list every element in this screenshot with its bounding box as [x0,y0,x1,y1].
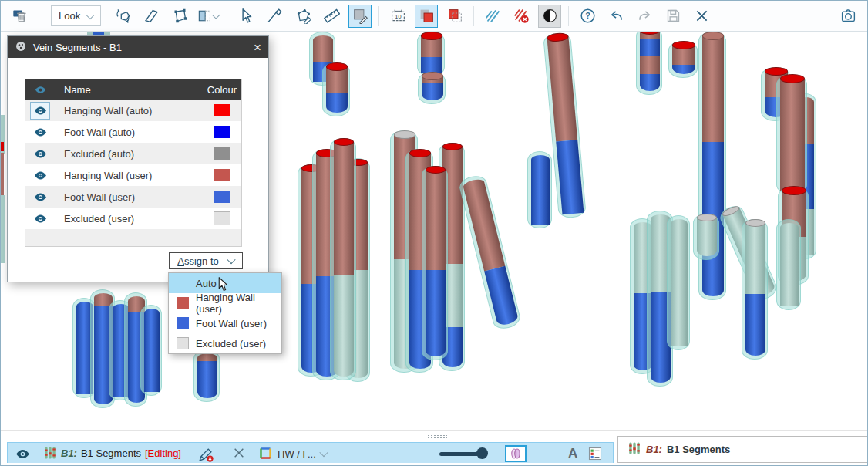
editing-badge: [Editing] [145,447,181,459]
svg-text:10: 10 [395,13,401,20]
row-visibility-eye-icon[interactable] [31,146,49,162]
text-display-icon[interactable]: A [568,446,577,461]
segment-cap [422,72,443,80]
interval-length-tool[interactable]: 10 [386,5,409,28]
segment-cap [782,186,806,195]
table-row[interactable]: Hanging Wall (auto) [25,100,241,121]
colour-column-header: Colour [203,84,241,96]
visibility-eye-icon[interactable] [15,447,30,461]
colormap-select[interactable]: HW / F... [278,448,316,460]
clear-scene[interactable] [8,5,32,28]
drillhole-segment[interactable] [418,72,446,104]
cancel-edit-pencil-icon[interactable] [197,446,214,463]
drillhole-segment[interactable] [458,174,523,332]
menu-item[interactable]: Excluded (user) [169,333,281,353]
plane-tool[interactable] [197,5,220,28]
drillhole-segment[interactable] [417,32,445,76]
drillhole-segment[interactable] [330,138,356,380]
drillhole-segment[interactable] [322,62,350,117]
toolbar-separator [378,6,379,26]
remove-from-selection-tool[interactable] [443,5,466,28]
segment-cap [745,219,765,227]
drillhole-segment[interactable] [776,75,807,194]
row-visibility-eye-icon[interactable] [31,211,49,227]
colour-swatch[interactable] [214,211,230,225]
remove-lines-tool[interactable] [510,5,533,28]
undo-button[interactable] [604,5,627,28]
shape-list-item[interactable]: B1: B1 Segments [Editing] HW / F... A [7,442,614,464]
properties-panel-header: B1: B1 Segments [617,436,868,463]
colour-swatch[interactable] [214,169,230,181]
table-row[interactable]: Foot Wall (auto) [25,121,241,143]
render-style-button[interactable] [505,445,527,462]
menu-item[interactable]: Hanging Wall (user) [169,293,281,313]
row-visibility-eye-icon[interactable] [30,102,50,120]
save-button [661,5,685,28]
paint-intervals-tool[interactable] [348,5,372,28]
drillhole-segment[interactable] [776,219,801,310]
application-window: Look10? Vein Segments - B1 × Name Colour… [0,0,868,466]
segment-name: Foot Wall (auto) [55,127,203,138]
segment-name: Foot Wall (user) [55,191,203,203]
drillhole-segment[interactable] [693,214,719,260]
segment-name: Hanging Wall (auto) [55,105,203,117]
drillhole-segment[interactable] [667,215,690,350]
screenshot-button[interactable] [836,5,860,28]
draw-polygon-tool[interactable] [291,5,315,28]
close-editor-button[interactable] [690,5,713,28]
colour-swatch[interactable] [214,191,230,203]
dialog-title-bar[interactable]: Vein Segments - B1 × [8,36,268,58]
table-row[interactable]: Excluded (user) [25,208,241,229]
table-header: Name Colour [25,79,241,100]
select-tool[interactable] [234,5,257,28]
drillhole-segment[interactable] [193,350,220,402]
drillhole-segment[interactable] [698,32,726,300]
draw-slice-line-tool[interactable] [263,5,286,28]
splitter-grip-icon[interactable] [427,434,447,439]
colour-swatch[interactable] [214,147,230,160]
remove-from-scene-icon[interactable] [233,447,245,459]
cylinder-style-icon [508,447,523,460]
chevron-down-icon[interactable] [319,448,328,457]
segment-cap [426,166,446,174]
segment-fragment [1,142,4,151]
dialog-close-icon[interactable]: × [254,41,261,54]
drillhole-segment[interactable] [422,166,448,360]
composite-lines-tool[interactable] [481,5,504,28]
segment-cap [442,143,463,150]
table-row[interactable]: Excluded (auto) [25,143,241,164]
add-to-selection-tool[interactable] [415,5,438,28]
segment-cap [394,130,415,139]
slice-tool[interactable] [140,5,163,28]
drillhole-segment[interactable] [527,151,552,228]
colour-swatch[interactable] [214,126,230,138]
drillhole-segment[interactable] [742,219,768,360]
row-visibility-eye-icon[interactable] [31,124,49,140]
drillhole-segment[interactable] [636,32,662,95]
menu-item[interactable]: Foot Wall (user) [169,313,281,333]
help-button[interactable]: ? [576,5,599,28]
contrast-tool[interactable] [538,5,561,28]
polyline-tool[interactable] [168,5,191,28]
table-row[interactable]: Foot Wall (user) [25,186,241,208]
name-column-header: Name [55,84,203,96]
table-row[interactable]: Hanging Wall (user) [25,164,241,186]
legend-list-icon[interactable] [587,446,603,461]
opacity-slider-thumb[interactable] [476,447,488,459]
menu-item-label: Excluded (user) [196,338,266,350]
colour-swatch[interactable] [214,104,230,117]
look-mode-select[interactable]: Look [51,5,101,26]
colormap-icon[interactable] [259,447,272,460]
morph-tool[interactable] [111,5,134,28]
drillhole-segment[interactable] [140,305,162,396]
segment-name: Hanging Wall (user) [55,170,203,181]
measure-tool[interactable] [320,5,343,28]
assign-to-button[interactable]: Assign to [169,252,243,269]
row-visibility-eye-icon[interactable] [31,189,49,205]
drillhole-segment[interactable] [668,41,698,78]
visibility-column-eye-icon [25,84,55,96]
segments-table: Name Colour Hanging Wall (auto)Foot Wall… [25,79,242,247]
empty-table-row [25,229,241,246]
row-visibility-eye-icon[interactable] [31,167,49,184]
segment-cap [326,62,348,71]
